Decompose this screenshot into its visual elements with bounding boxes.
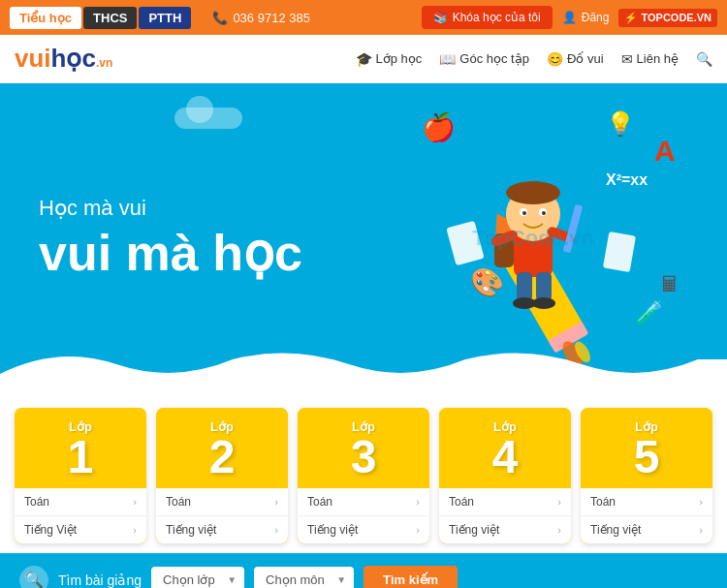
grade-2-number: 2 xyxy=(166,434,278,480)
svg-point-19 xyxy=(542,211,546,215)
grade-card-3[interactable]: Lớp 3 Toán › Tiếng việt › xyxy=(298,408,429,543)
svg-text:🎨: 🎨 xyxy=(470,266,504,298)
phone-number: 📞 036 9712 385 xyxy=(212,11,310,25)
arrow-icon: › xyxy=(133,496,137,508)
search-icon: 🔍 xyxy=(24,571,44,588)
svg-point-15 xyxy=(506,181,560,204)
grade-1-tiengviet[interactable]: Tiếng Việt › xyxy=(15,516,146,543)
svg-text:🖩: 🖩 xyxy=(659,272,680,296)
dovui-icon: 😊 xyxy=(547,51,563,67)
svg-point-26 xyxy=(532,297,555,309)
grade-3-tiengviet[interactable]: Tiếng việt › xyxy=(298,516,429,543)
grade-card-4[interactable]: Lớp 4 Toán › Tiếng việt › xyxy=(439,408,571,543)
grade-3-subjects: Toán › Tiếng việt › xyxy=(298,488,429,543)
grades-section: Lớp 1 Toán › Tiếng Việt › Lớp 2 Toán › xyxy=(0,393,727,553)
top-bar: Tiểu học THCS PTTH 📞 036 9712 385 📚 Khóa… xyxy=(0,0,727,35)
user-area[interactable]: 👤 Đăng xyxy=(562,11,610,24)
nav-links: 🎓 Lớp học 📖 Góc học tập 😊 Đố vui ✉ Liên … xyxy=(356,51,713,67)
grade-card-5[interactable]: Lớp 5 Toán › Tiếng việt › xyxy=(581,408,712,543)
svg-rect-23 xyxy=(517,272,532,301)
chon-lop-dropdown[interactable]: Chọn lớp Lớp 1 Lớp 2 Lớp 3 Lớp 4 Lớp 5 xyxy=(151,567,244,588)
hero-text: Học mà vui vui mà học xyxy=(0,167,341,310)
grade-3-toan[interactable]: Toán › xyxy=(298,488,429,516)
grade-4-header: Lớp 4 xyxy=(439,408,571,488)
lienhe-icon: ✉ xyxy=(621,51,633,67)
gochoctap-icon: 📖 xyxy=(439,51,456,67)
nav-gochoctap[interactable]: 📖 Góc học tập xyxy=(439,51,529,67)
svg-point-18 xyxy=(522,211,526,215)
user-avatar: 👤 xyxy=(562,11,577,24)
nav-search[interactable]: 🔍 xyxy=(696,51,712,67)
hero-subtitle: Học mà vui xyxy=(39,196,302,221)
grade-4-toan[interactable]: Toán › xyxy=(439,488,571,516)
cloud-deco-1a xyxy=(186,96,213,123)
top-bar-right: 📚 Khóa học của tôi 👤 Đăng ⚡ TOPCODE.VN xyxy=(422,6,717,29)
arrow-icon: › xyxy=(557,524,561,536)
cloud-deco-1 xyxy=(174,108,242,129)
chon-mon-wrap: Chọn môn Toán Tiếng Việt ▼ xyxy=(254,567,354,588)
phone-icon: 📞 xyxy=(212,11,228,25)
logo-vn: .vn xyxy=(96,56,112,70)
nav-dovui[interactable]: 😊 Đố vui xyxy=(547,51,604,67)
grade-5-number: 5 xyxy=(590,434,703,480)
svg-text:A: A xyxy=(654,135,676,167)
grade-3-header: Lớp 3 xyxy=(298,408,429,488)
level-tieuhoc[interactable]: Tiểu học xyxy=(10,7,81,29)
svg-rect-28 xyxy=(603,232,636,272)
hero-illustration: 🍎 💡 A 🖩 🧪 X²=xx 🎨 xyxy=(368,93,698,384)
level-thcs[interactable]: THCS xyxy=(83,7,137,29)
topcode-logo: ⚡ TOPCODE.VN xyxy=(618,9,717,27)
grade-4-tiengviet[interactable]: Tiếng việt › xyxy=(439,516,571,543)
grade-2-subjects: Toán › Tiếng việt › xyxy=(156,488,288,543)
grade-1-number: 1 xyxy=(24,434,137,480)
arrow-icon: › xyxy=(274,496,278,508)
arrow-icon: › xyxy=(557,496,561,508)
book-icon: 📚 xyxy=(433,11,448,24)
grade-5-subjects: Toán › Tiếng việt › xyxy=(581,488,712,543)
search-section: 🔍 Tìm bài giảng Chọn lớp Lớp 1 Lớp 2 Lớp… xyxy=(0,553,727,588)
grade-5-header: Lớp 5 xyxy=(581,408,712,488)
svg-rect-27 xyxy=(446,221,484,265)
khoahoc-button[interactable]: 📚 Khóa học của tôi xyxy=(422,6,553,29)
chon-mon-dropdown[interactable]: Chọn môn Toán Tiếng Việt xyxy=(254,567,354,588)
search-label: Tìm bài giảng xyxy=(58,573,142,588)
grade-1-toan[interactable]: Toán › xyxy=(15,488,146,516)
arrow-icon: › xyxy=(416,496,420,508)
svg-text:X²=xx: X²=xx xyxy=(606,171,648,188)
nav-lophoc[interactable]: 🎓 Lớp học xyxy=(356,51,423,67)
hero-title: vui mà học xyxy=(39,226,302,281)
svg-rect-22 xyxy=(563,204,584,253)
hero-section: Học mà vui vui mà học 🍎 💡 A 🖩 🧪 X²=xx 🎨 xyxy=(0,83,727,393)
main-nav: vuihọc.vn 🎓 Lớp học 📖 Góc học tập 😊 Đố v… xyxy=(0,35,727,83)
chon-lop-wrap: Chọn lớp Lớp 1 Lớp 2 Lớp 3 Lớp 4 Lớp 5 ▼ xyxy=(151,567,244,588)
grade-4-number: 4 xyxy=(449,434,561,480)
grade-2-toan[interactable]: Toán › xyxy=(156,488,288,516)
grade-card-2[interactable]: Lớp 2 Toán › Tiếng việt › xyxy=(156,408,288,543)
arrow-icon: › xyxy=(274,524,278,536)
arrow-icon: › xyxy=(133,524,137,536)
grade-2-header: Lớp 2 xyxy=(156,408,288,488)
arrow-icon: › xyxy=(416,524,420,536)
hero-svg: 🍎 💡 A 🖩 🧪 X²=xx 🎨 xyxy=(373,98,693,379)
search-button[interactable]: Tìm kiếm xyxy=(364,566,458,588)
grade-3-number: 3 xyxy=(307,434,420,480)
level-ptth[interactable]: PTTH xyxy=(139,7,191,29)
grade-2-tiengviet[interactable]: Tiếng việt › xyxy=(156,516,288,543)
cloud-wave xyxy=(0,345,727,393)
search-circle-icon: 🔍 xyxy=(19,566,48,589)
nav-lienhe[interactable]: ✉ Liên hệ xyxy=(621,51,679,67)
lophoc-icon: 🎓 xyxy=(356,51,372,67)
grade-1-header: Lớp 1 xyxy=(15,408,146,488)
logo-vui: vui xyxy=(15,44,51,74)
svg-text:🧪: 🧪 xyxy=(635,298,664,326)
arrow-icon: › xyxy=(699,496,703,508)
grade-card-1[interactable]: Lớp 1 Toán › Tiếng Việt › xyxy=(15,408,146,543)
svg-text:💡: 💡 xyxy=(606,109,635,138)
grade-5-tiengviet[interactable]: Tiếng việt › xyxy=(581,516,712,543)
search-icon: 🔍 xyxy=(696,51,712,67)
site-logo[interactable]: vuihọc.vn xyxy=(15,44,112,74)
grade-5-toan[interactable]: Toán › xyxy=(581,488,712,516)
grade-4-subjects: Toán › Tiếng việt › xyxy=(439,488,571,543)
arrow-icon: › xyxy=(699,524,703,536)
svg-text:🍎: 🍎 xyxy=(422,111,456,143)
